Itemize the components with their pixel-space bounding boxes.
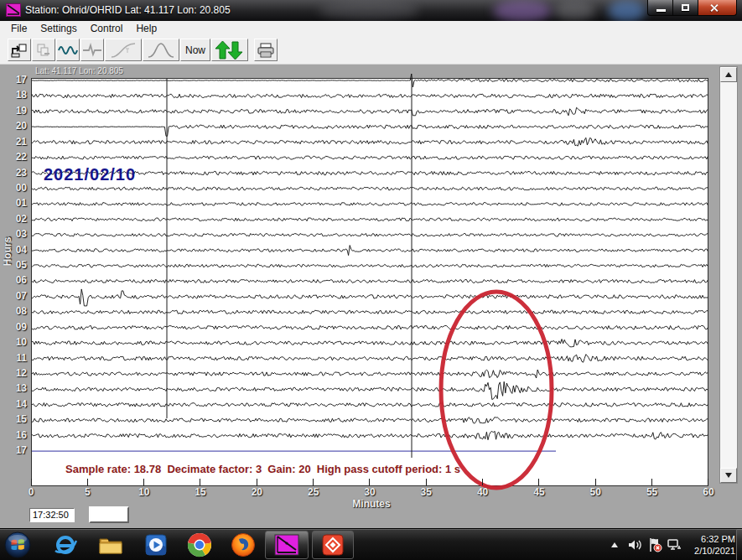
x-axis-tick-label: 30 xyxy=(355,486,384,498)
filter-curve-icon xyxy=(109,41,138,60)
volume-button[interactable] xyxy=(627,537,644,553)
gaussian-filter-button[interactable] xyxy=(143,39,179,61)
current-time-field[interactable]: 17:32:50 xyxy=(29,508,75,522)
media-player-icon xyxy=(143,532,169,557)
hour-label: 08 xyxy=(3,305,27,317)
scrollbar-down-button[interactable] xyxy=(720,468,737,483)
taskbar-firefox-button[interactable] xyxy=(230,531,257,558)
x-axis-tick xyxy=(708,479,708,485)
helicorder-plot[interactable]: 2021/02/10 Sample rate: 18.78 Decimate f… xyxy=(31,78,708,486)
taskbar-seismic-app-button[interactable] xyxy=(265,531,309,559)
scrollbar-up-button[interactable] xyxy=(720,67,737,82)
status-line: Sample rate: 18.78 Decimate factor: 3 Ga… xyxy=(65,463,460,475)
up-down-arrows-icon xyxy=(215,40,245,60)
network-icon xyxy=(667,538,682,552)
maximize-icon xyxy=(682,4,689,11)
speaker-icon xyxy=(628,538,643,552)
aero-blur-blob xyxy=(553,2,595,20)
start-orb-icon xyxy=(4,531,31,558)
print-button[interactable] xyxy=(254,39,278,61)
seismic-trace-row xyxy=(32,125,708,136)
x-axis-tick xyxy=(651,479,652,485)
seismic-trace-row xyxy=(32,431,708,439)
printer-icon xyxy=(257,42,275,59)
aero-blur-blob xyxy=(608,0,646,21)
seismic-trace-row xyxy=(32,403,708,407)
hidden-icons-button[interactable] xyxy=(609,540,620,550)
copy-button[interactable] xyxy=(32,39,55,61)
taskbar: 6:32 PM 2/10/2021 xyxy=(0,528,742,560)
x-axis-tick xyxy=(313,479,314,485)
seismic-trace-row xyxy=(32,74,708,87)
menu-item-control[interactable]: Control xyxy=(84,22,130,36)
event-annotation-ellipse xyxy=(441,292,552,488)
taskbar-chrome-button[interactable] xyxy=(186,531,213,558)
waveform-display-button[interactable] xyxy=(56,39,80,61)
hour-label: 17 xyxy=(3,444,27,456)
network-button[interactable] xyxy=(666,537,682,553)
hour-label: 04 xyxy=(3,244,27,256)
aero-blur-blob xyxy=(493,0,552,21)
seismic-trace-row xyxy=(32,355,708,363)
seismic-trace-row xyxy=(32,107,708,116)
seismic-trace-row xyxy=(32,264,708,267)
hour-label: 07 xyxy=(3,290,27,302)
taskbar-ie-button[interactable] xyxy=(52,531,79,558)
toolbar: Now xyxy=(0,36,742,65)
hour-label: 14 xyxy=(3,398,27,410)
aero-blur-blob xyxy=(319,2,419,20)
hour-label: 22 xyxy=(3,151,27,163)
hour-label: 19 xyxy=(3,105,27,117)
menu-bar: FileSettingsControlHelp xyxy=(0,21,742,36)
seismic-trace-row xyxy=(32,417,708,424)
hour-label: 06 xyxy=(3,274,27,286)
x-axis-tick xyxy=(538,479,539,485)
internet-explorer-icon xyxy=(53,532,78,557)
x-axis-tick-label: 45 xyxy=(525,486,553,498)
hour-label: 10 xyxy=(3,336,27,348)
hour-label: 17 xyxy=(3,74,27,86)
menu-item-file[interactable]: File xyxy=(4,22,34,36)
filter-response-button[interactable] xyxy=(105,39,142,61)
helicorder-client-area: Lat: 41.117 Lon: 20.805 2021/02/10 Sampl… xyxy=(0,65,742,528)
close-button[interactable] xyxy=(698,0,737,16)
x-axis-title: Minutes xyxy=(342,498,401,510)
title-bar: Station: Ohrid/OHRID Lat: 41.117 Lon: 20… xyxy=(0,0,742,21)
x-axis-tick xyxy=(482,479,483,485)
date-label: 2021/02/10 xyxy=(44,165,136,184)
clock-date: 2/10/2021 xyxy=(682,545,735,557)
taskbar-clock[interactable]: 6:32 PM 2/10/2021 xyxy=(682,533,735,557)
minimize-button[interactable] xyxy=(647,0,673,16)
copy-icon xyxy=(34,42,53,59)
seismic-trace-row xyxy=(32,233,708,236)
taskbar-red-app-button[interactable] xyxy=(312,531,354,559)
hour-label: 13 xyxy=(3,382,27,394)
blank-input-box[interactable] xyxy=(89,506,129,523)
spike-display-button[interactable] xyxy=(80,39,104,61)
start-button[interactable] xyxy=(4,531,31,558)
x-axis-tick xyxy=(200,479,200,485)
vertical-scrollbar[interactable] xyxy=(719,66,738,484)
action-center-button[interactable] xyxy=(646,537,663,553)
firefox-icon xyxy=(231,532,256,557)
menu-item-help[interactable]: Help xyxy=(129,22,163,36)
seismic-trace-row xyxy=(32,187,708,190)
x-axis-tick-label: 15 xyxy=(186,486,215,498)
scroll-hours-button[interactable] xyxy=(211,39,248,61)
seismic-trace-row xyxy=(32,203,708,206)
seismic-trace-row xyxy=(32,137,708,146)
hour-label: 01 xyxy=(3,197,27,209)
taskbar-media-player-button[interactable] xyxy=(143,531,169,558)
seismic-trace-row xyxy=(32,218,708,221)
now-button[interactable]: Now xyxy=(180,39,210,61)
show-desktop-button[interactable] xyxy=(736,529,742,560)
waveform-icon xyxy=(58,42,78,59)
seismic-trace-row xyxy=(32,325,708,329)
hour-label: 09 xyxy=(3,321,27,333)
menu-item-settings[interactable]: Settings xyxy=(34,22,83,36)
taskbar-explorer-button[interactable] xyxy=(97,531,124,558)
open-file-button[interactable] xyxy=(8,39,31,61)
hour-label: 16 xyxy=(3,429,27,441)
maximize-button[interactable] xyxy=(673,0,698,16)
x-axis-tick-label: 35 xyxy=(412,486,440,498)
